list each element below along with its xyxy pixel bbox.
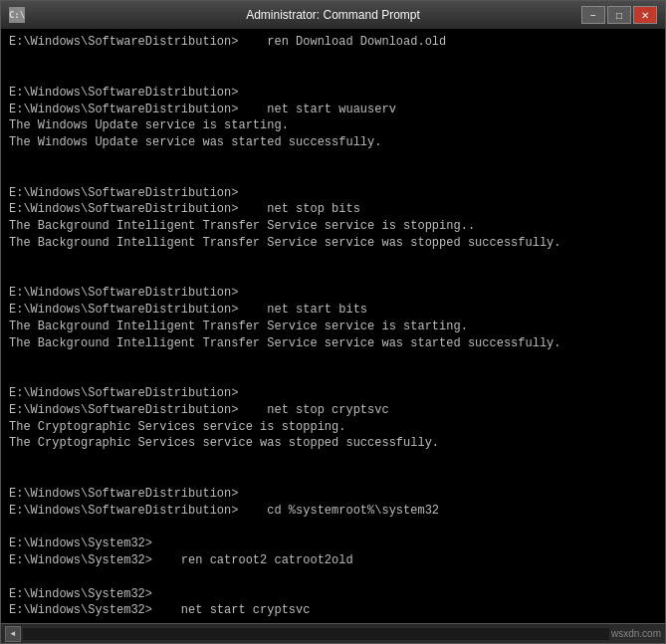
title-bar: C:\ Administrator: Command Prompt − □ ✕ bbox=[1, 1, 665, 29]
close-button[interactable]: ✕ bbox=[633, 6, 657, 24]
minimize-button[interactable]: − bbox=[581, 6, 605, 24]
terminal-text: Microsoft Windows [Version 6.2.9200] (c)… bbox=[9, 29, 657, 619]
main-window: C:\ Administrator: Command Prompt − □ ✕ … bbox=[0, 0, 666, 644]
icon-label: C:\ bbox=[9, 10, 25, 20]
window-icon: C:\ bbox=[9, 7, 25, 23]
title-bar-buttons: − □ ✕ bbox=[581, 6, 657, 24]
maximize-button[interactable]: □ bbox=[607, 6, 631, 24]
watermark-badge: wsxdn.com bbox=[611, 628, 661, 639]
title-bar-left: C:\ bbox=[9, 7, 25, 23]
terminal-output[interactable]: Microsoft Windows [Version 6.2.9200] (c)… bbox=[1, 29, 665, 623]
scroll-left-button[interactable]: ◄ bbox=[5, 626, 21, 642]
window-title: Administrator: Command Prompt bbox=[246, 8, 420, 22]
bottom-bar: ◄ wsxdn.com bbox=[1, 623, 665, 643]
horizontal-scrollbar[interactable] bbox=[23, 628, 609, 640]
